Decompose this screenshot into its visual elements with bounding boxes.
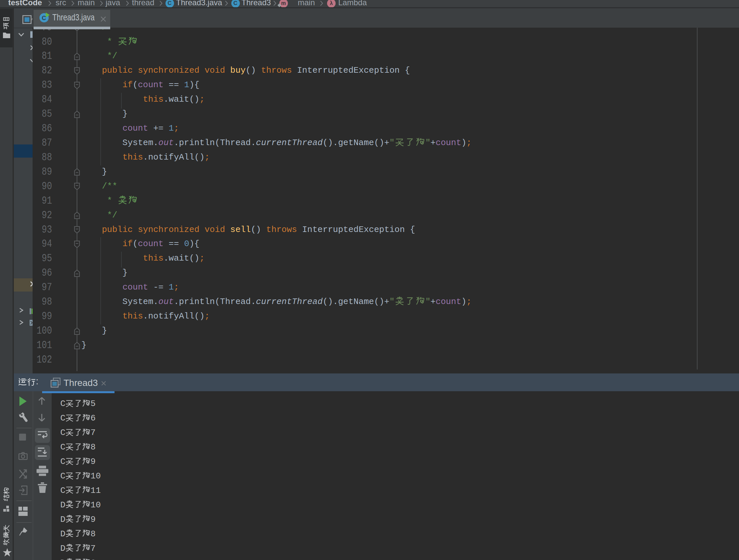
svg-text:C: C — [42, 15, 46, 21]
